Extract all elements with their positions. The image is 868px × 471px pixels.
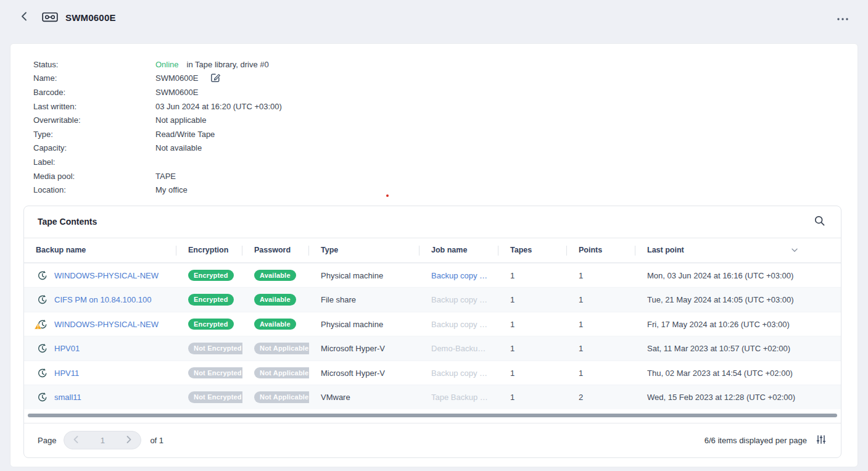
encryption-badge: Encrypted bbox=[188, 319, 234, 330]
type-cell: Physical machine bbox=[321, 271, 383, 280]
restore-point-icon bbox=[37, 270, 48, 281]
job-name-cell: Backup copy … bbox=[431, 369, 487, 378]
password-badge: Available bbox=[254, 319, 296, 330]
detail-value: Read/Write Tape bbox=[155, 130, 215, 139]
detail-value: SWM0600E bbox=[155, 73, 198, 83]
tapes-cell: 1 bbox=[510, 271, 515, 280]
detail-label: Capacity: bbox=[33, 143, 155, 152]
table-row[interactable]: HPV11 Not Encrypted.. Not Applicable. Mi… bbox=[24, 361, 841, 385]
column-header-tapes[interactable]: Tapes bbox=[498, 238, 567, 262]
topbar: SWM0600E bbox=[0, 0, 868, 35]
job-name-cell: Tape Backup … bbox=[431, 393, 488, 402]
ellipsis-icon bbox=[837, 13, 848, 22]
job-name-link[interactable]: Backup copy … bbox=[431, 271, 487, 280]
encryption-badge: Encrypted bbox=[188, 270, 234, 281]
job-name-cell: Demo-Backu… bbox=[431, 344, 486, 353]
warning-icon bbox=[34, 322, 42, 330]
table-row[interactable]: small11 Not Encrypted.. Not Applicable. … bbox=[24, 385, 841, 409]
password-badge: Available bbox=[254, 270, 296, 281]
password-badge: Not Applicable bbox=[254, 343, 309, 354]
page-title: SWM0600E bbox=[65, 12, 116, 23]
next-page-button[interactable] bbox=[117, 431, 141, 449]
type-cell: VMware bbox=[321, 393, 350, 402]
last-point-cell: Tue, 21 May 2024 at 14:05 (UTC +03:00) bbox=[647, 295, 794, 304]
display-settings-button[interactable] bbox=[815, 433, 827, 448]
type-cell: Physical machine bbox=[321, 320, 383, 329]
page-number-input[interactable] bbox=[88, 431, 117, 449]
detail-label: Type: bbox=[33, 130, 155, 139]
backup-name-link[interactable]: CIFS PM on 10.84.100.100 bbox=[54, 295, 152, 304]
points-cell: 1 bbox=[579, 295, 583, 304]
detail-value: Not applicable bbox=[155, 115, 206, 125]
column-header-backup-name[interactable]: Backup name bbox=[24, 238, 176, 262]
type-cell: File share bbox=[321, 295, 356, 304]
detail-value: 03 Jun 2024 at 16:20 (UTC +03:00) bbox=[155, 102, 282, 111]
sliders-icon bbox=[816, 435, 826, 446]
detail-value: TAPE bbox=[155, 172, 176, 181]
detail-row-media-pool: Media pool: TAPE bbox=[33, 169, 858, 183]
detail-row-barcode: Barcode: SWM0600E bbox=[33, 85, 858, 99]
page-label: Page bbox=[38, 436, 56, 445]
column-header-encryption[interactable]: Encryption bbox=[176, 238, 242, 262]
table-row[interactable]: WINDOWS-PHYSICAL-NEW Encrypted Available… bbox=[24, 312, 841, 336]
horizontal-scrollbar-thumb[interactable] bbox=[28, 414, 837, 417]
detail-label: Media pool: bbox=[33, 172, 155, 181]
chevron-left-icon bbox=[73, 436, 78, 445]
detail-label: Label: bbox=[33, 157, 155, 167]
back-button[interactable] bbox=[19, 9, 30, 25]
restore-point-icon bbox=[37, 343, 48, 354]
backup-name-link[interactable]: HPV11 bbox=[54, 369, 79, 378]
detail-row-last-written: Last written: 03 Jun 2024 at 16:20 (UTC … bbox=[33, 99, 858, 114]
column-header-type[interactable]: Type bbox=[309, 238, 420, 262]
pager-control bbox=[64, 431, 141, 449]
encryption-badge: Not Encrypted bbox=[188, 367, 242, 379]
column-header-points[interactable]: Points bbox=[567, 238, 635, 262]
column-header-last-point-label: Last point bbox=[647, 246, 684, 254]
type-cell: Microsoft Hyper-V bbox=[321, 369, 385, 378]
tapes-cell: 1 bbox=[510, 320, 515, 329]
detail-row-location: Location: My office bbox=[33, 183, 858, 197]
backup-name-link[interactable]: WINDOWS-PHYSICAL-NEW bbox=[54, 320, 159, 329]
table-row[interactable]: CIFS PM on 10.84.100.100 Encrypted Avail… bbox=[24, 287, 841, 312]
points-cell: 2 bbox=[579, 393, 583, 402]
column-header-last-point[interactable]: Last point bbox=[635, 238, 841, 262]
backup-name-link[interactable]: small11 bbox=[54, 393, 81, 402]
previous-page-button[interactable] bbox=[64, 431, 88, 449]
stray-red-dot bbox=[386, 194, 389, 197]
points-cell: 1 bbox=[579, 320, 583, 329]
search-button[interactable] bbox=[812, 213, 827, 230]
detail-label: Barcode: bbox=[33, 88, 155, 97]
detail-value: My office bbox=[155, 185, 188, 194]
chevron-right-icon bbox=[126, 436, 131, 445]
last-point-cell: Thu, 02 Mar 2023 at 14:54 (UTC +02:00) bbox=[647, 369, 793, 378]
column-header-password[interactable]: Password bbox=[242, 238, 309, 262]
status-detail: in Tape library, drive #0 bbox=[187, 60, 269, 69]
backup-name-link[interactable]: HPV01 bbox=[54, 344, 80, 353]
last-point-cell: Fri, 17 May 2024 at 10:26 (UTC +03:00) bbox=[647, 320, 790, 329]
job-name-cell: Backup copy … bbox=[431, 320, 487, 329]
password-badge: Not Applicable bbox=[254, 367, 309, 379]
detail-value: Not available bbox=[155, 143, 202, 152]
detail-label: Status: bbox=[33, 60, 155, 69]
status-value: Online bbox=[155, 60, 179, 69]
more-actions-button[interactable] bbox=[833, 9, 852, 26]
sort-chevron-down-icon[interactable] bbox=[792, 248, 798, 252]
edit-name-button[interactable] bbox=[209, 71, 222, 86]
encryption-badge: Encrypted bbox=[188, 294, 234, 306]
encryption-badge: Not Encrypted bbox=[188, 391, 242, 403]
backup-name-link[interactable]: WINDOWS-PHYSICAL-NEW bbox=[54, 271, 159, 280]
tape-contents-title: Tape Contents bbox=[38, 217, 97, 227]
table-row[interactable]: WINDOWS-PHYSICAL-NEW Encrypted Available… bbox=[24, 263, 841, 288]
column-header-job-name[interactable]: Job name bbox=[420, 238, 498, 262]
tape-details-card: Status: Online in Tape library, drive #0… bbox=[10, 43, 858, 467]
last-point-cell: Sat, 11 Mar 2023 at 10:57 (UTC +02:00) bbox=[647, 344, 790, 353]
chevron-left-icon bbox=[21, 12, 27, 23]
table-header: Backup name Encryption Password Type Job… bbox=[24, 238, 841, 263]
page-count-label: of 1 bbox=[150, 436, 163, 445]
search-icon bbox=[814, 215, 825, 228]
tape-contents-header: Tape Contents bbox=[24, 206, 841, 238]
table-row[interactable]: HPV01 Not Encrypted.. Not Applicable. Mi… bbox=[24, 336, 841, 361]
detail-row-name: Name: SWM0600E bbox=[33, 72, 858, 86]
detail-row-type: Type: Read/Write Tape bbox=[33, 127, 858, 141]
detail-row-status: Status: Online in Tape library, drive #0 bbox=[33, 57, 858, 72]
